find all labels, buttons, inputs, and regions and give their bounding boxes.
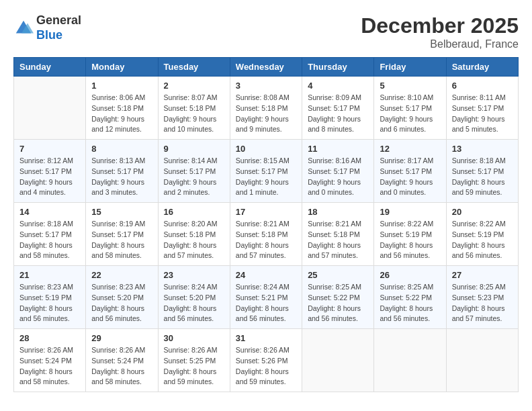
calendar-day-cell: 11Sunrise: 8:16 AMSunset: 5:17 PMDayligh…: [302, 140, 374, 203]
day-info: Sunrise: 8:23 AMSunset: 5:19 PMDaylight:…: [19, 282, 80, 324]
day-info: Sunrise: 8:11 AMSunset: 5:17 PMDaylight:…: [452, 93, 513, 135]
logo: General Blue: [13, 13, 81, 42]
day-info: Sunrise: 8:14 AMSunset: 5:17 PMDaylight:…: [164, 156, 224, 198]
day-info: Sunrise: 8:15 AMSunset: 5:17 PMDaylight:…: [236, 156, 296, 198]
day-number: 24: [236, 270, 296, 280]
day-number: 22: [91, 270, 152, 280]
calendar-day-cell: 20Sunrise: 8:22 AMSunset: 5:19 PMDayligh…: [446, 203, 518, 266]
day-info: Sunrise: 8:08 AMSunset: 5:18 PMDaylight:…: [236, 93, 296, 135]
day-info: Sunrise: 8:07 AMSunset: 5:18 PMDaylight:…: [164, 93, 224, 135]
calendar-day-cell: 4Sunrise: 8:09 AMSunset: 5:17 PMDaylight…: [302, 77, 374, 140]
calendar-day-cell: 5Sunrise: 8:10 AMSunset: 5:17 PMDaylight…: [374, 77, 446, 140]
calendar-day-cell: 15Sunrise: 8:19 AMSunset: 5:17 PMDayligh…: [86, 203, 158, 266]
day-info: Sunrise: 8:21 AMSunset: 5:18 PMDaylight:…: [308, 219, 368, 261]
day-number: 28: [19, 333, 80, 343]
calendar-day-cell: 16Sunrise: 8:20 AMSunset: 5:18 PMDayligh…: [158, 203, 230, 266]
calendar-day-cell: 28Sunrise: 8:26 AMSunset: 5:24 PMDayligh…: [14, 329, 86, 392]
day-number: 19: [380, 207, 440, 217]
weekday-header: Wednesday: [230, 58, 302, 77]
day-info: Sunrise: 8:25 AMSunset: 5:22 PMDaylight:…: [380, 282, 440, 324]
day-number: 20: [452, 207, 513, 217]
day-number: 27: [452, 270, 513, 280]
logo-icon: [13, 18, 34, 38]
day-info: Sunrise: 8:24 AMSunset: 5:21 PMDaylight:…: [236, 282, 296, 324]
calendar-day-cell: 8Sunrise: 8:13 AMSunset: 5:17 PMDaylight…: [86, 140, 158, 203]
weekday-header: Friday: [374, 58, 446, 77]
day-info: Sunrise: 8:24 AMSunset: 5:20 PMDaylight:…: [164, 282, 224, 324]
calendar-week-row: 28Sunrise: 8:26 AMSunset: 5:24 PMDayligh…: [14, 329, 519, 392]
calendar-day-cell: 23Sunrise: 8:24 AMSunset: 5:20 PMDayligh…: [158, 266, 230, 329]
day-number: 21: [19, 270, 80, 280]
month-title: December 2025: [361, 13, 519, 38]
calendar-day-cell: 1Sunrise: 8:06 AMSunset: 5:18 PMDaylight…: [86, 77, 158, 140]
weekday-header: Sunday: [14, 58, 86, 77]
day-number: 13: [452, 144, 513, 154]
day-info: Sunrise: 8:26 AMSunset: 5:24 PMDaylight:…: [19, 345, 80, 387]
weekday-header: Monday: [86, 58, 158, 77]
day-info: Sunrise: 8:26 AMSunset: 5:25 PMDaylight:…: [164, 345, 224, 387]
calendar-day-cell: 7Sunrise: 8:12 AMSunset: 5:17 PMDaylight…: [14, 140, 86, 203]
day-number: 3: [236, 81, 296, 91]
day-number: 8: [91, 144, 152, 154]
calendar-day-cell: [374, 329, 446, 392]
day-number: 26: [380, 270, 440, 280]
calendar-week-row: 7Sunrise: 8:12 AMSunset: 5:17 PMDaylight…: [14, 140, 519, 203]
weekday-header: Saturday: [446, 58, 518, 77]
calendar-day-cell: 17Sunrise: 8:21 AMSunset: 5:18 PMDayligh…: [230, 203, 302, 266]
calendar-day-cell: 13Sunrise: 8:18 AMSunset: 5:17 PMDayligh…: [446, 140, 518, 203]
calendar-day-cell: 10Sunrise: 8:15 AMSunset: 5:17 PMDayligh…: [230, 140, 302, 203]
weekday-header: Tuesday: [158, 58, 230, 77]
calendar-day-cell: 18Sunrise: 8:21 AMSunset: 5:18 PMDayligh…: [302, 203, 374, 266]
calendar-day-cell: 2Sunrise: 8:07 AMSunset: 5:18 PMDaylight…: [158, 77, 230, 140]
day-info: Sunrise: 8:06 AMSunset: 5:18 PMDaylight:…: [91, 93, 152, 135]
day-number: 15: [91, 207, 152, 217]
day-info: Sunrise: 8:22 AMSunset: 5:19 PMDaylight:…: [380, 219, 440, 261]
day-info: Sunrise: 8:25 AMSunset: 5:22 PMDaylight:…: [308, 282, 368, 324]
day-number: 17: [236, 207, 296, 217]
calendar-day-cell: 29Sunrise: 8:26 AMSunset: 5:24 PMDayligh…: [86, 329, 158, 392]
day-info: Sunrise: 8:13 AMSunset: 5:17 PMDaylight:…: [91, 156, 152, 198]
location-title: Belberaud, France: [361, 38, 519, 50]
day-info: Sunrise: 8:18 AMSunset: 5:17 PMDaylight:…: [19, 219, 80, 261]
day-number: 25: [308, 270, 368, 280]
calendar-day-cell: 27Sunrise: 8:25 AMSunset: 5:23 PMDayligh…: [446, 266, 518, 329]
calendar-day-cell: [446, 329, 518, 392]
day-info: Sunrise: 8:09 AMSunset: 5:17 PMDaylight:…: [308, 93, 368, 135]
day-number: 2: [164, 81, 224, 91]
calendar-day-cell: [302, 329, 374, 392]
calendar-week-row: 14Sunrise: 8:18 AMSunset: 5:17 PMDayligh…: [14, 203, 519, 266]
calendar-day-cell: 19Sunrise: 8:22 AMSunset: 5:19 PMDayligh…: [374, 203, 446, 266]
day-number: 18: [308, 207, 368, 217]
day-info: Sunrise: 8:26 AMSunset: 5:26 PMDaylight:…: [236, 345, 296, 387]
day-info: Sunrise: 8:26 AMSunset: 5:24 PMDaylight:…: [91, 345, 152, 387]
page-header: General Blue December 2025 Belberaud, Fr…: [13, 13, 519, 50]
day-number: 9: [164, 144, 224, 154]
weekday-header: Thursday: [302, 58, 374, 77]
calendar-day-cell: 24Sunrise: 8:24 AMSunset: 5:21 PMDayligh…: [230, 266, 302, 329]
calendar-day-cell: 25Sunrise: 8:25 AMSunset: 5:22 PMDayligh…: [302, 266, 374, 329]
calendar-day-cell: 6Sunrise: 8:11 AMSunset: 5:17 PMDaylight…: [446, 77, 518, 140]
calendar-day-cell: 3Sunrise: 8:08 AMSunset: 5:18 PMDaylight…: [230, 77, 302, 140]
calendar-day-cell: 9Sunrise: 8:14 AMSunset: 5:17 PMDaylight…: [158, 140, 230, 203]
day-number: 10: [236, 144, 296, 154]
day-info: Sunrise: 8:12 AMSunset: 5:17 PMDaylight:…: [19, 156, 80, 198]
day-info: Sunrise: 8:22 AMSunset: 5:19 PMDaylight:…: [452, 219, 513, 261]
calendar-day-cell: 12Sunrise: 8:17 AMSunset: 5:17 PMDayligh…: [374, 140, 446, 203]
day-number: 29: [91, 333, 152, 343]
day-number: 30: [164, 333, 224, 343]
day-number: 11: [308, 144, 368, 154]
calendar-day-cell: 14Sunrise: 8:18 AMSunset: 5:17 PMDayligh…: [14, 203, 86, 266]
day-number: 4: [308, 81, 368, 91]
day-number: 6: [452, 81, 513, 91]
day-info: Sunrise: 8:18 AMSunset: 5:17 PMDaylight:…: [452, 156, 513, 198]
day-info: Sunrise: 8:25 AMSunset: 5:23 PMDaylight:…: [452, 282, 513, 324]
day-info: Sunrise: 8:10 AMSunset: 5:17 PMDaylight:…: [380, 93, 440, 135]
calendar-header-row: SundayMondayTuesdayWednesdayThursdayFrid…: [14, 58, 519, 77]
calendar-day-cell: 22Sunrise: 8:23 AMSunset: 5:20 PMDayligh…: [86, 266, 158, 329]
day-number: 14: [19, 207, 80, 217]
logo-general-text: General: [36, 13, 81, 28]
calendar-day-cell: 31Sunrise: 8:26 AMSunset: 5:26 PMDayligh…: [230, 329, 302, 392]
day-info: Sunrise: 8:17 AMSunset: 5:17 PMDaylight:…: [380, 156, 440, 198]
day-info: Sunrise: 8:21 AMSunset: 5:18 PMDaylight:…: [236, 219, 296, 261]
day-number: 23: [164, 270, 224, 280]
